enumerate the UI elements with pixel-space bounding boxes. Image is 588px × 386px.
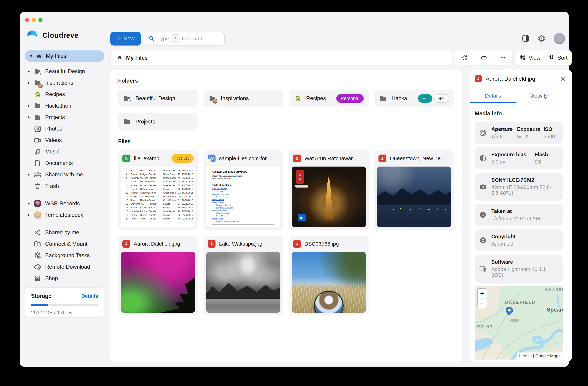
chevron-right-icon[interactable] [28,214,30,216]
folder-card-projects[interactable]: Projects [118,113,198,130]
media-value: 5/1 s [517,133,544,139]
sidebar-item-remote-download[interactable]: Remote Download [25,261,106,273]
chevron-right-icon[interactable] [28,202,30,205]
sidebar-item-shop[interactable]: Shop [25,273,106,284]
map-zoom-out-button[interactable]: − [478,298,487,308]
location-map[interactable]: DALEFIELD Speargra WHAREHU S POINT + − L… [475,286,563,360]
word-file-icon: W [208,154,215,162]
theme-toggle-icon[interactable] [522,35,529,42]
minimize-window-button[interactable] [32,18,36,22]
sidebar-item-templates-docx[interactable]: Templates.docx [25,209,106,221]
tab-details[interactable]: Details [470,90,516,103]
sidebar-item-background-tasks[interactable]: Background Tasks [25,250,106,261]
media-value: 0.0 ev [491,159,535,165]
sidebar-item-shared-with-me[interactable]: Shared with me [25,169,106,180]
storage-title: Storage [31,293,51,299]
leaflet-link[interactable]: Leaflet [519,354,532,358]
media-label: Taken at [491,208,555,214]
media-value: 2500 [544,133,559,139]
file-card-file-example-[interactable]: X file_example… TODO 7EttaHurnFemaleGrea… [118,150,198,230]
media-label: SONY ILCE-7CM2 [491,177,555,183]
file-card-sample-files-com-form-[interactable]: W sample-files.com-form… Q3 2024 Executi… [204,150,283,230]
file-name: Aurora Dalefield.jpg [134,241,190,247]
sidebar-item-beautiful-design[interactable]: Beautiful Design [25,66,106,77]
sidebar-item-hackathon[interactable]: Hackathon [25,100,106,111]
sidebar-item-label: Remote Download [45,264,90,270]
sidebar-item-connect-mount[interactable]: Connect & Mount [25,238,106,250]
sidebar-item-inspirations[interactable]: Inspirations [25,77,106,88]
sidebar-item-my-files[interactable]: My Files [25,50,105,62]
share-overlay-icon [127,99,132,103]
share-overlay-icon [206,159,211,164]
sidebar-item-documents[interactable]: Documents [25,157,106,169]
image-file-icon [208,240,215,248]
map-label-point: S POINT [475,324,493,329]
sidebar-item-projects[interactable]: Projects [25,111,106,123]
folder-card-hackathon[interactable]: Hackathon P1+1 [374,90,454,107]
sidebar-item-music[interactable]: Music [25,146,106,157]
folder-name: Hackathon [392,95,413,102]
user-avatar[interactable] [554,33,565,44]
image-file-icon [475,75,482,82]
chevron-right-icon[interactable] [28,173,30,176]
media-value: Off [535,159,556,165]
view-button[interactable]: View [516,50,544,65]
tags-button[interactable] [474,50,493,65]
active-tab-indicator [470,102,516,103]
more-options-button[interactable] [493,50,512,65]
files-grid: X file_example… TODO 7EttaHurnFemaleGrea… [118,150,454,315]
folder-card-beautiful-design[interactable]: Beautiful Design [118,90,198,107]
chevron-right-icon[interactable] [28,105,30,107]
search-placeholder-prefix: Type [157,36,169,42]
close-window-button[interactable] [25,18,29,22]
sort-button[interactable]: Sort [544,50,572,65]
media-value: ƒ/2.8 [491,133,517,139]
media-label: Flash [535,152,556,158]
trash-icon [32,182,43,190]
file-card-wat-arun-ratchawarar-[interactable]: Wat Arun Ratchawarar… UNin [289,150,369,230]
folders-heading: Folders [118,78,454,84]
file-card-aurora-dalefield-jpg[interactable]: Aurora Dalefield.jpg [118,236,198,315]
search-input[interactable]: Type / to search [144,32,225,45]
storage-details-link[interactable]: Details [81,293,98,299]
image-file-icon [378,154,386,162]
breadcrumb[interactable]: My Files [110,50,452,66]
sidebar-item-photos[interactable]: Photos [25,123,106,134]
folder-name: Beautiful Design [135,95,188,102]
aperture-icon [479,129,487,137]
file-name: Queenstown, New Zeal… [390,155,446,161]
search-placeholder-suffix: to search [182,36,204,42]
file-card-dsc03733-jpg[interactable]: DSC03733.jpg [289,236,369,315]
sidebar-item-trash[interactable]: Trash [25,180,106,192]
details-panel: Aurora Dalefield.jpg Details Activity Me… [470,69,572,362]
maximize-window-button[interactable] [39,18,42,22]
window-controls [25,18,42,22]
media-info-cards: Apertureƒ/2.8Exposure5/1 sISO2500Exposur… [475,122,563,283]
file-card-lake-wakatipu-jpg[interactable]: Lake Wakatipu.jpg [204,236,283,315]
file-name: file_example… [134,155,168,161]
chevron-down-icon[interactable] [30,55,32,57]
chevron-right-icon[interactable] [28,82,30,84]
sidebar-item-recipes[interactable]: Recipes [25,88,106,100]
chevron-right-icon[interactable] [28,70,30,73]
tab-activity[interactable]: Activity [516,90,563,103]
sidebar-item-shared-by-me[interactable]: Shared by me [25,227,106,238]
image-file-icon [122,240,130,248]
folder-card-inspirations[interactable]: Inspirations [204,90,283,107]
media-label: Copyright [491,234,555,239]
close-icon[interactable] [559,75,567,83]
folder-card-recipes[interactable]: Recipes Personal [289,90,369,107]
chevron-right-icon[interactable] [28,116,30,119]
sidebar-item-videos[interactable]: Videos [25,134,106,146]
sidebar-item-wsr-records[interactable]: WSR Records [25,198,106,209]
avatar-blonde-icon [32,211,43,219]
refresh-button[interactable] [455,50,474,65]
sidebar-item-label: Trash [45,183,59,189]
home-icon [117,55,122,61]
panel-scrollbar[interactable] [563,168,563,359]
spreadsheet-preview: 7EttaHurnFemaleGreat Britain5615/10/2017… [121,167,195,227]
file-card-queenstown-new-zeal-[interactable]: Queenstown, New Zeal… [374,150,454,230]
map-zoom-in-button[interactable]: + [478,289,487,298]
gear-icon[interactable]: ⚙ [537,34,546,43]
new-button[interactable]: + New [110,32,141,45]
